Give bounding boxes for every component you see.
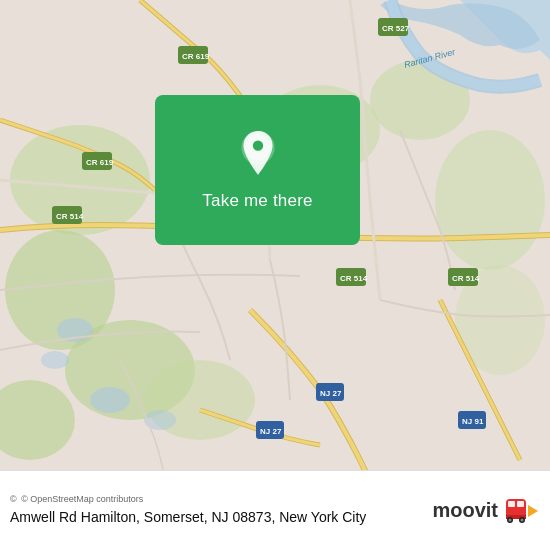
svg-rect-38 — [517, 501, 524, 507]
osm-attribution: © OpenStreetMap contributors — [21, 494, 143, 504]
svg-point-8 — [435, 130, 545, 270]
attribution-text: © © OpenStreetMap contributors — [10, 494, 422, 504]
svg-text:CR 619: CR 619 — [86, 158, 114, 167]
take-me-there-button[interactable]: Take me there — [155, 95, 360, 245]
location-pin-icon — [236, 129, 280, 181]
svg-text:CR 514: CR 514 — [340, 274, 368, 283]
svg-text:CR 514: CR 514 — [56, 212, 84, 221]
copyright-symbol: © — [10, 494, 17, 504]
svg-text:CR 527: CR 527 — [382, 24, 410, 33]
svg-marker-44 — [528, 505, 538, 517]
moovit-icon — [502, 493, 538, 529]
svg-text:NJ 27: NJ 27 — [260, 427, 282, 436]
svg-text:CR 619: CR 619 — [182, 52, 210, 61]
moovit-logo: moovit — [432, 493, 538, 529]
svg-text:CR 514: CR 514 — [452, 274, 480, 283]
svg-point-41 — [509, 518, 512, 521]
svg-point-43 — [521, 518, 524, 521]
svg-text:NJ 91: NJ 91 — [462, 417, 484, 426]
info-left: © © OpenStreetMap contributors Amwell Rd… — [10, 494, 422, 526]
address-text: Amwell Rd Hamilton, Somerset, NJ 08873, … — [10, 508, 422, 526]
svg-point-13 — [144, 410, 176, 430]
info-bar: © © OpenStreetMap contributors Amwell Rd… — [0, 470, 550, 550]
moovit-wordmark: moovit — [432, 499, 498, 522]
svg-text:NJ 27: NJ 27 — [320, 389, 342, 398]
take-me-there-label: Take me there — [202, 191, 312, 211]
svg-rect-37 — [508, 501, 515, 507]
svg-point-12 — [90, 387, 130, 413]
svg-point-11 — [41, 351, 69, 369]
svg-point-35 — [252, 140, 262, 150]
map-container: CR 527 CR 619 CR 619 CR 514 CR 514 CR 51… — [0, 0, 550, 470]
